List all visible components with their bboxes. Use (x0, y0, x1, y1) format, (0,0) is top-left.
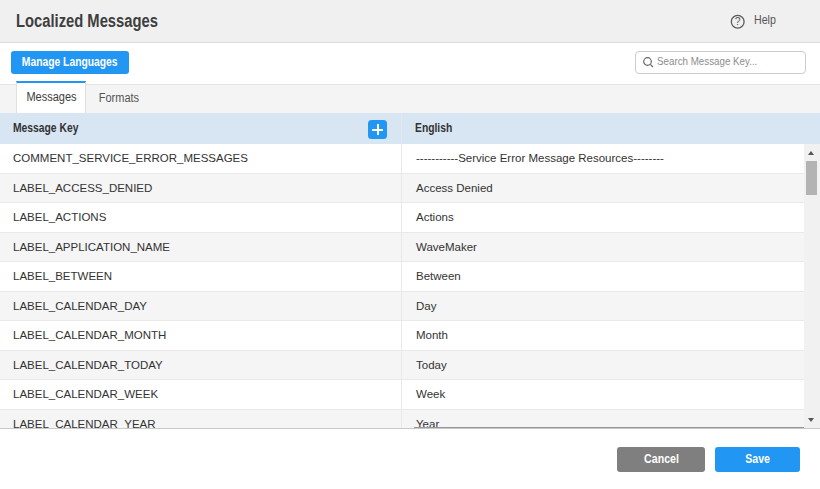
svg-text:?: ? (735, 15, 741, 27)
